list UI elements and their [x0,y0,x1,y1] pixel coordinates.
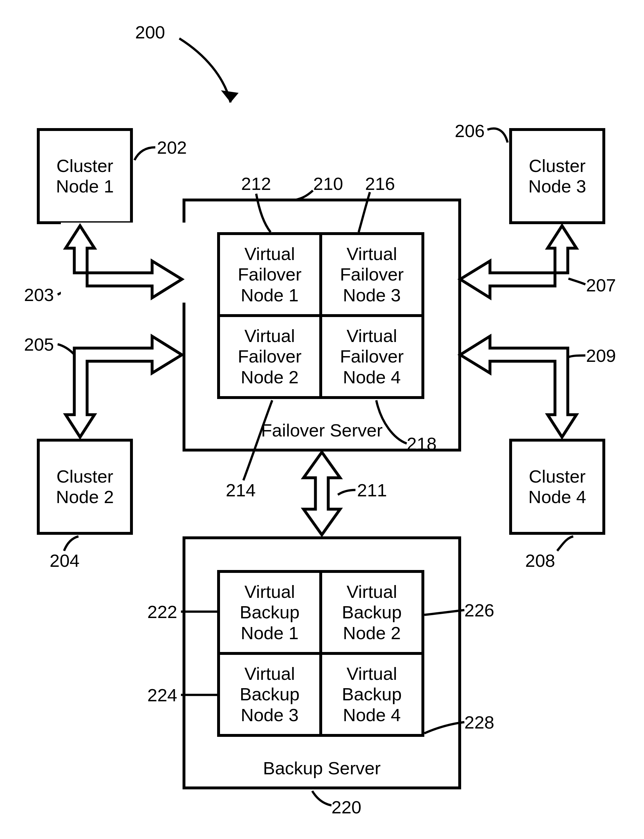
arrow-cluster1-failover-final [0,0,644,839]
